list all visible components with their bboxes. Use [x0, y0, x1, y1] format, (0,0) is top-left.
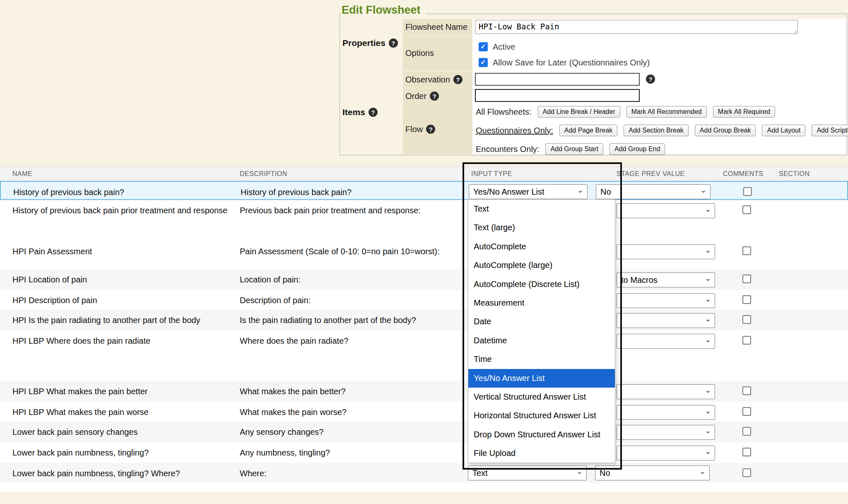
- comments-checkbox[interactable]: ✓: [742, 275, 751, 283]
- flow-action-button[interactable]: Add Line Break / Header: [538, 106, 620, 118]
- option-checkbox-label: Active: [493, 42, 515, 52]
- option-checkbox[interactable]: ✓: [479, 58, 488, 67]
- column-header: COMMENTS: [723, 167, 763, 181]
- flowsheet-name-input[interactable]: HPI-Low Back Pain: [475, 20, 798, 34]
- stage-prev-value-select[interactable]: to Macros ⌄: [617, 272, 715, 287]
- dropdown-option[interactable]: AutoComplete (large): [468, 256, 615, 275]
- stage-prev-value-select[interactable]: ⌄: [617, 244, 715, 259]
- help-icon[interactable]: ?: [369, 108, 378, 117]
- checkmark-icon: ✓: [480, 59, 486, 66]
- dropdown-option[interactable]: Measurement: [468, 294, 615, 312]
- flow-action-button[interactable]: Mark All Required: [713, 106, 775, 118]
- chevron-down-icon: ⌄: [699, 467, 706, 476]
- stage-prev-value-select[interactable]: ⌄: [617, 313, 715, 328]
- all-flowsheets-label: All Flowsheets:: [476, 107, 532, 117]
- stage-prev-value-select[interactable]: ⌄: [617, 405, 715, 420]
- stage-prev-value-select[interactable]: ⌄: [617, 203, 715, 218]
- help-icon[interactable]: ?: [426, 125, 435, 134]
- input-type-select[interactable]: Text ⌄: [468, 465, 587, 480]
- item-description: History of previous back pain?: [241, 187, 441, 198]
- select-value: Yes/No Answer List: [473, 187, 544, 197]
- dropdown-option[interactable]: Horizontal Structured Answer List: [468, 406, 615, 425]
- comments-checkbox[interactable]: ✓: [742, 336, 751, 345]
- flow-action-button[interactable]: Add Scriptlet: [812, 125, 848, 136]
- chevron-down-icon: ⌄: [705, 426, 711, 435]
- comments-checkbox[interactable]: ✓: [742, 295, 751, 304]
- chevron-down-icon: ⌄: [705, 246, 711, 255]
- properties-group-label: Properties ?: [342, 38, 398, 48]
- chevron-down-icon: ⌄: [705, 294, 711, 304]
- stage-prev-value-select[interactable]: ⌄: [617, 425, 715, 440]
- flow-action-button[interactable]: Add Section Break: [624, 125, 689, 136]
- observation-input[interactable]: [475, 73, 640, 86]
- item-name: HPI LBP Where does the pain radiate: [12, 335, 228, 347]
- item-name: History of previous back pain?: [13, 187, 229, 198]
- dropdown-option[interactable]: Time: [468, 350, 615, 369]
- comments-checkbox[interactable]: ✓: [742, 468, 751, 477]
- stage-prev-value-select[interactable]: ⌄: [617, 446, 715, 461]
- stage-prev-value-select[interactable]: ⌄: [617, 293, 715, 308]
- stage-prev-value-select[interactable]: ⌄: [617, 384, 715, 399]
- item-description: Any numbness, tingling?: [240, 447, 441, 458]
- item-name: HPI Is the pain radiating to another par…: [12, 315, 228, 326]
- item-name: HPI Description of pain: [12, 295, 228, 306]
- dropdown-option[interactable]: Datetime: [468, 331, 615, 350]
- edit-flowsheet-panel: Edit Flowsheet Properties ? Items ? Flow…: [340, 14, 847, 155]
- flow-action-button[interactable]: Add Group Start: [545, 143, 603, 155]
- dropdown-option[interactable]: File Upload: [468, 444, 615, 463]
- dropdown-option[interactable]: Vertical Structured Answer List: [468, 388, 615, 406]
- chevron-down-icon: ⌄: [705, 274, 711, 283]
- comments-checkbox[interactable]: ✓: [742, 205, 751, 214]
- select-value: No: [600, 187, 611, 197]
- dropdown-option[interactable]: Drop Down Structured Answer List: [468, 425, 615, 444]
- dropdown-option[interactable]: Text: [468, 200, 615, 218]
- table-row: HPI Location of pain Location of pain: ⌄…: [0, 269, 848, 290]
- column-header: DESCRIPTION: [240, 167, 287, 181]
- item-description: Is the pain radiating to another part of…: [240, 315, 441, 326]
- table-row: HPI LBP What makes the pain better What …: [0, 381, 848, 402]
- flow-action-button[interactable]: Add Group End: [610, 143, 665, 155]
- comments-checkbox[interactable]: ✓: [742, 386, 751, 395]
- help-icon[interactable]: ?: [646, 75, 655, 84]
- default-value-select[interactable]: No ⌄: [595, 465, 710, 480]
- help-icon[interactable]: ?: [430, 92, 439, 101]
- checkmark-icon: ✓: [480, 43, 486, 50]
- flow-action-button[interactable]: Add Page Break: [559, 125, 618, 136]
- comments-checkbox[interactable]: ✓: [742, 448, 751, 456]
- flow-action-button[interactable]: Mark All Recommended: [626, 106, 707, 118]
- dropdown-option[interactable]: AutoComplete (Discrete List): [468, 275, 615, 294]
- chevron-down-icon: ⌄: [705, 314, 711, 323]
- table-row: HPI Pain Assessment Pain Assessment (Sca…: [0, 241, 848, 269]
- chevron-down-icon: ⌄: [577, 186, 583, 195]
- options-label: Options: [403, 36, 472, 70]
- table-row: History of previous back pain prior trea…: [0, 200, 848, 241]
- questionnaires-only-label[interactable]: Questionnaires Only:: [476, 126, 553, 135]
- default-value-select[interactable]: No ⌄: [596, 184, 711, 199]
- dropdown-option[interactable]: Yes/No Answer List: [468, 369, 615, 388]
- comments-checkbox[interactable]: ✓: [742, 315, 751, 324]
- dropdown-option[interactable]: AutoComplete: [468, 237, 615, 256]
- chevron-down-icon: ⌄: [705, 205, 711, 214]
- order-input[interactable]: [475, 89, 640, 102]
- item-description: Description of pain:: [240, 295, 441, 306]
- flow-action-button[interactable]: Add Layout: [762, 125, 805, 136]
- comments-checkbox[interactable]: ✓: [742, 407, 751, 416]
- option-checkbox[interactable]: ✓: [479, 42, 488, 51]
- item-name: History of previous back pain prior trea…: [12, 205, 228, 216]
- comments-checkbox[interactable]: ✓: [742, 246, 751, 255]
- item-description: Pain Assessment (Scale of 0-10: 0=no pai…: [240, 246, 441, 257]
- comments-checkbox[interactable]: ✓: [742, 427, 751, 436]
- table-row: HPI LBP What makes the pain worse What m…: [0, 402, 848, 422]
- dropdown-option[interactable]: Date: [468, 312, 615, 331]
- flow-action-button[interactable]: Add Group Break: [695, 125, 756, 136]
- comments-checkbox[interactable]: ✓: [743, 187, 752, 196]
- flow-line-all-flowsheets: All Flowsheets: Add Line Break / Header …: [476, 106, 775, 118]
- input-type-select[interactable]: Yes/No Answer List ⌄: [469, 184, 588, 199]
- select-value: No: [600, 468, 610, 478]
- help-icon[interactable]: ?: [389, 39, 398, 48]
- help-icon[interactable]: ?: [453, 75, 463, 84]
- item-name: HPI LBP What makes the pain better: [12, 386, 228, 397]
- chevron-down-icon: ⌄: [700, 186, 706, 195]
- stage-prev-value-select[interactable]: ⌄: [617, 334, 715, 349]
- dropdown-option[interactable]: Text (large): [468, 218, 615, 237]
